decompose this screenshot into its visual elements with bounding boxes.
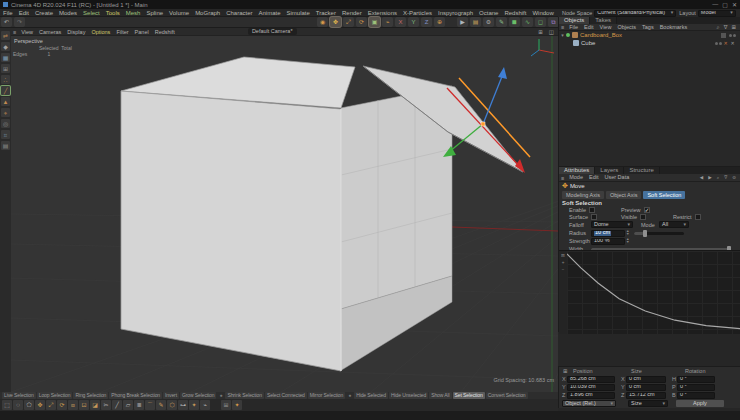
filter-icon[interactable]: ∇	[722, 24, 730, 30]
subdivision-surface-icon[interactable]: ◻	[535, 17, 546, 27]
visibility-dot-icon[interactable]	[733, 34, 736, 37]
menu-item[interactable]: Spline	[143, 9, 166, 17]
viewport[interactable]: ≡ ViewCamerasDisplayOptionsFilterPanelRe…	[11, 28, 558, 392]
viewport-solo-icon[interactable]: ◎	[1, 119, 10, 128]
section-title[interactable]: Soft Selection	[562, 200, 602, 206]
command-tab[interactable]: Convert Selection	[486, 392, 528, 399]
menu-item[interactable]: Window	[529, 9, 556, 17]
menu-item[interactable]: X-Particles	[400, 9, 435, 17]
command-tab[interactable]: Invert	[163, 392, 179, 399]
undo-icon[interactable]: ↶	[1, 17, 12, 27]
close-hole-icon[interactable]: ⬡	[167, 400, 177, 410]
command-tab[interactable]: Select Connected	[265, 392, 307, 399]
tab-structure[interactable]: Structure	[624, 167, 659, 174]
viewport-menu-item[interactable]: Panel	[132, 28, 152, 36]
object-manager-menu-item[interactable]: Objects	[614, 24, 639, 31]
close-button[interactable]: ✕	[732, 1, 737, 8]
bevel-icon[interactable]: ◪	[90, 400, 100, 410]
menu-item[interactable]: MoGraph	[192, 9, 223, 17]
make-editable-icon[interactable]: ⇄	[1, 31, 10, 40]
falloff-curve-line[interactable]	[567, 254, 740, 329]
search-icon[interactable]: ⌕	[715, 175, 722, 180]
magnet-icon[interactable]: ⌁	[200, 400, 210, 410]
workplane-mode-icon[interactable]: ⊞	[1, 64, 10, 73]
selection-tag-icon[interactable]: ✕	[722, 39, 729, 47]
redo-icon[interactable]: ↷	[14, 17, 25, 27]
command-tab[interactable]: Live Selection	[2, 392, 36, 399]
falloff-select[interactable]: Dome▾	[591, 221, 633, 228]
object-manager-menu-item[interactable]: Edit	[581, 24, 596, 31]
coordinates-menu-icon[interactable]: ⊞	[561, 368, 570, 374]
menu-item[interactable]: Tools	[103, 9, 123, 17]
falloff-curve-graph[interactable]	[567, 251, 740, 334]
object-manager-menu-item[interactable]: Tags	[639, 24, 657, 31]
rotation-h-input[interactable]: 0 °	[677, 376, 715, 383]
snap-settings-icon[interactable]: ⌗	[1, 130, 10, 139]
lasso-selection-icon[interactable]: ◌	[13, 400, 23, 410]
axis-tab-button[interactable]: Modeling Axis	[562, 191, 604, 199]
plane-cut-icon[interactable]: ▱	[123, 400, 133, 410]
expand-arrow-icon[interactable]: ▾	[559, 31, 566, 39]
command-tab[interactable]: Ring Selection	[73, 392, 108, 399]
position-z-input[interactable]: 1.896 cm	[567, 392, 615, 399]
visibility-dot-icon[interactable]	[729, 34, 732, 37]
last-tool-icon[interactable]: ▣	[369, 17, 380, 27]
axis-tab-button[interactable]: Object Axis	[606, 191, 642, 199]
forward-icon[interactable]: ▶	[706, 175, 713, 180]
size-z-input[interactable]: 15.712 cm	[626, 392, 666, 399]
command-tab[interactable]: Hide Selected	[354, 392, 388, 399]
checkbox[interactable]	[644, 207, 650, 213]
search-icon[interactable]: ⌕	[715, 24, 722, 31]
position-y-input[interactable]: 10.039 cm	[567, 384, 615, 391]
edges-mode-icon[interactable]: ╱	[1, 86, 10, 95]
columns-icon[interactable]: ⊞	[729, 24, 738, 30]
menu-item[interactable]: Animate	[255, 9, 283, 17]
stepper[interactable]: ▲▼	[626, 230, 630, 237]
checkbox[interactable]	[591, 214, 597, 220]
maximize-pane-icon[interactable]: ◫	[547, 29, 556, 35]
falloff-curve-panel[interactable]: ⊞ + −	[559, 250, 740, 333]
live-selection-icon[interactable]: ◉	[317, 17, 328, 27]
texture-mode-icon[interactable]: ▦	[1, 53, 10, 62]
attribute-menu-item[interactable]: Edit	[586, 174, 601, 181]
enabled-dot-icon[interactable]	[566, 33, 570, 37]
command-tab[interactable]: Shrink Selection	[225, 392, 264, 399]
object-manager-menu-item[interactable]: View	[597, 24, 615, 31]
menu-item[interactable]: Modes	[56, 9, 80, 17]
strength-input[interactable]: 100 %	[591, 238, 625, 245]
attribute-menu-item[interactable]: User Data	[601, 174, 632, 181]
points-mode-icon[interactable]: ∴	[1, 75, 10, 84]
object-manager-menu-item[interactable]: File	[566, 24, 581, 31]
tab-layers[interactable]: Layers	[595, 167, 624, 174]
viewport-menu-item[interactable]: Display	[64, 28, 88, 36]
viewport-menu-item[interactable]: View	[18, 28, 36, 36]
array-tool-icon[interactable]: ⊞	[221, 400, 231, 410]
panel-menu-icon[interactable]: ≡	[559, 175, 566, 181]
axis-tab-button[interactable]: Soft Selection	[643, 191, 685, 199]
command-tab[interactable]: Loop Selection	[37, 392, 73, 399]
polygons-mode-icon[interactable]: ▲	[1, 97, 10, 106]
checkbox[interactable]	[640, 214, 646, 220]
menu-item[interactable]: Character	[223, 9, 255, 17]
scale-icon[interactable]: ⤢	[46, 400, 56, 410]
viewport-canvas[interactable]	[11, 36, 558, 392]
radius-slider[interactable]	[634, 232, 684, 235]
z-axis-lock-icon[interactable]: Z	[421, 17, 432, 27]
visibility-dot-icon[interactable]	[715, 42, 718, 45]
stepper[interactable]: ▲▼	[626, 238, 630, 245]
extrude-icon[interactable]: ⧈	[68, 400, 78, 410]
lock-icon[interactable]: ⊝	[730, 175, 738, 180]
rotation-p-input[interactable]: 0 °	[677, 384, 715, 391]
minimize-button[interactable]: —	[712, 1, 718, 8]
loop-cut-icon[interactable]: ≣	[134, 400, 144, 410]
bridge-icon[interactable]: ⌒	[145, 400, 155, 410]
command-tab[interactable]: ●	[346, 392, 353, 399]
move-icon[interactable]: ✥	[35, 400, 45, 410]
mode-select[interactable]: All▾	[659, 221, 689, 228]
model-mode-icon[interactable]: ◆	[1, 42, 10, 51]
line-cut-icon[interactable]: ╱	[112, 400, 122, 410]
viewport-menu-item[interactable]: Options	[88, 28, 113, 36]
attribute-menu-item[interactable]: Mode	[566, 174, 586, 181]
brush-icon[interactable]: ✦	[189, 400, 199, 410]
zoom-out-icon[interactable]: −	[562, 267, 565, 272]
